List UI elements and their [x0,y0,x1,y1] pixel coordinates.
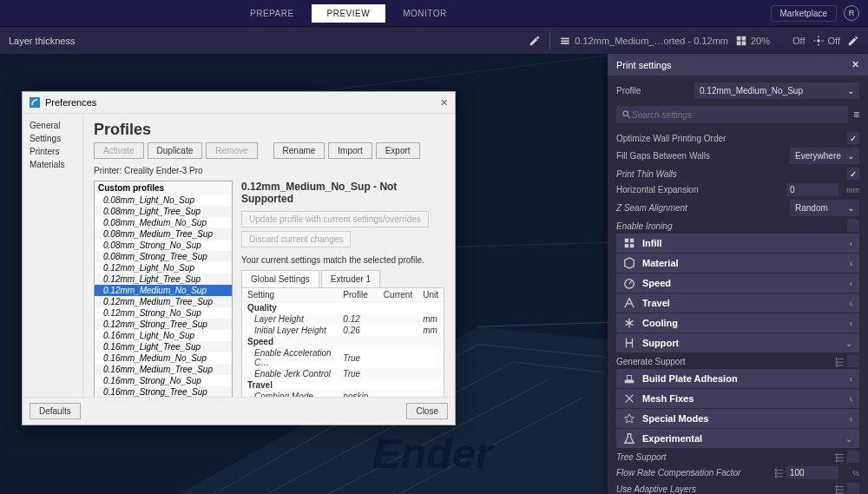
profile-list-item[interactable]: 0.12mm_Light_No_Sup [95,262,232,273]
profile-list-item[interactable]: 0.16mm_Light_Tree_Sup [95,341,232,352]
update-profile-button[interactable]: Update profile with current settings/ove… [241,211,429,227]
section-infill[interactable]: Infill‹ [616,234,859,253]
support-icon [623,337,635,349]
travel-icon [623,297,635,309]
experimental-icon [623,432,635,445]
tab-prepare[interactable]: PREPARE [234,4,310,23]
profile-list-item[interactable]: 0.12mm_Strong_Tree_Sup [95,319,232,330]
table-row[interactable]: Combing Modenoskin [242,391,444,397]
section-mesh_fixes[interactable]: Mesh Fixes‹ [616,389,859,408]
horiz-exp-input[interactable] [786,183,838,196]
tab-preview[interactable]: PREVIEW [312,4,386,23]
section-material[interactable]: Material‹ [616,254,859,273]
dialog-titlebar: Preferences × [23,92,455,113]
settings-table[interactable]: SettingProfileCurrentUnit QualityLayer H… [241,288,444,397]
selected-profile-title: 0.12mm_Medium_No_Sup - Not Supported [241,181,444,205]
table-row[interactable]: Enable Jerk ControlTrue [242,368,444,379]
profile-list-item[interactable]: 0.12mm_Light_Tree_Sup [95,273,232,285]
profile-list-item[interactable]: 0.08mm_Strong_No_Sup [95,240,232,251]
profile-summary[interactable]: 0.12mm_Medium_…orted - 0.12mm [559,35,728,47]
svg-point-0 [817,39,820,43]
section-support[interactable]: Support⌄ [616,333,859,352]
profile-list-item[interactable]: 0.16mm_Strong_No_Sup [95,375,232,386]
search-input[interactable] [632,110,843,120]
table-row[interactable]: Initial Layer Height0.26mm [242,325,444,336]
table-row[interactable]: Enable Acceleration C…True [242,347,444,368]
support-value: Off [792,36,805,46]
profile-list-item[interactable]: 0.08mm_Medium_Tree_Sup [95,228,232,240]
profile-list-item[interactable]: 0.08mm_Medium_No_Sup [95,217,232,228]
sidebar-item-general[interactable]: General [26,119,79,132]
profile-list-item[interactable]: 0.12mm_Medium_Tree_Sup [95,296,232,307]
tab-extruder-1[interactable]: Extruder 1 [321,270,380,287]
rename-button[interactable]: Rename [273,142,326,159]
import-button[interactable]: Import [328,142,372,159]
section-cooling[interactable]: Cooling‹ [616,313,859,333]
profiles-heading: Profiles [94,121,444,139]
table-header: Profile [338,288,378,302]
close-button[interactable]: Close [406,403,448,419]
close-icon[interactable]: ✕ [852,59,859,70]
profile-list-item[interactable]: 0.16mm_Medium_Tree_Sup [95,364,232,375]
support-summary[interactable]: Off [777,35,805,47]
pencil-icon[interactable] [529,35,541,47]
tab-monitor[interactable]: MONITOR [387,4,463,23]
close-icon[interactable]: × [441,96,448,109]
grid-icon [735,35,747,47]
defaults-button[interactable]: Defaults [30,403,81,419]
pencil-icon[interactable] [847,35,859,47]
profile-list-item[interactable]: 0.08mm_Light_No_Sup [95,194,232,206]
profile-summary-text: 0.12mm_Medium_…orted - 0.12mm [575,36,728,46]
profile-select[interactable]: 0.12mm_Medium_No_Sup ⌄ [694,82,859,99]
export-button[interactable]: Export [376,142,420,159]
profile-list-item[interactable]: 0.16mm_Strong_Tree_Sup [95,386,232,397]
section-speed[interactable]: Speed‹ [616,273,859,293]
fill-gaps-select[interactable]: Everywhere ⌄ [790,148,859,164]
section-special_modes[interactable]: Special Modes‹ [616,409,859,428]
link-icon[interactable]: ⬱ [835,451,844,463]
flow_rate-input[interactable] [786,466,838,479]
profile-list-item[interactable]: 0.12mm_Medium_No_Sup [95,285,232,296]
hamburger-icon[interactable]: ≡ [853,109,859,121]
table-row[interactable]: Layer Height0.12mm [242,313,444,325]
profile-list-item[interactable]: 0.08mm_Strong_Tree_Sup [95,251,232,262]
custom-profiles-header: Custom profiles [95,181,232,194]
color-scheme-label: Layer thickness [9,36,75,46]
table-row[interactable]: Travel [242,379,444,391]
user-avatar[interactable]: R [844,5,859,21]
adhesion-summary[interactable]: Off [812,35,840,47]
tab-global-settings[interactable]: Global Settings [241,270,319,287]
sidebar-item-printers[interactable]: Printers [26,145,79,158]
infill-summary[interactable]: 20% [735,35,770,47]
tree_support-checkbox[interactable] [847,451,859,463]
generate-support-checkbox[interactable] [847,355,859,367]
chevron-icon: ‹ [850,319,852,328]
profile-list[interactable]: Custom profiles 0.08mm_Light_No_Sup0.08m… [94,181,233,397]
profile-list-item[interactable]: 0.12mm_Strong_No_Sup [95,307,232,319]
preview-toolbar: Layer thickness 0.12mm_Medium_…orted - 0… [0,26,868,54]
optimize-wall-checkbox[interactable]: ✓ [847,132,859,144]
section-bpa[interactable]: Build Plate Adhesion‹ [616,369,859,388]
link-icon[interactable]: ⬱ [774,467,783,478]
print-thin-checkbox[interactable]: ✓ [847,168,859,180]
table-row[interactable]: Speed [242,336,444,347]
ironing-checkbox[interactable] [847,220,859,232]
adaptive_layers-checkbox[interactable] [847,483,859,494]
link-icon[interactable]: ⬱ [835,356,844,367]
profile-list-item[interactable]: 0.16mm_Medium_No_Sup [95,352,232,364]
discard-changes-button[interactable]: Discard current changes [241,231,351,247]
profile-list-item[interactable]: 0.08mm_Light_Tree_Sup [95,206,232,217]
duplicate-button[interactable]: Duplicate [148,142,203,159]
sidebar-item-materials[interactable]: Materials [26,158,79,171]
activate-button[interactable]: Activate [94,142,144,159]
table-row[interactable]: Quality [242,302,444,314]
chevron-down-icon: ⌄ [847,203,854,213]
sidebar-item-settings[interactable]: Settings [26,132,79,145]
section-travel[interactable]: Travel‹ [616,293,859,313]
remove-button[interactable]: Remove [206,142,257,159]
link-icon[interactable]: ⬱ [835,484,844,495]
z-seam-select[interactable]: Random ⌄ [790,200,859,216]
section-experimental[interactable]: Experimental⌄ [616,429,859,448]
profile-list-item[interactable]: 0.16mm_Light_No_Sup [95,330,232,341]
marketplace-button[interactable]: Marketplace [771,5,837,22]
